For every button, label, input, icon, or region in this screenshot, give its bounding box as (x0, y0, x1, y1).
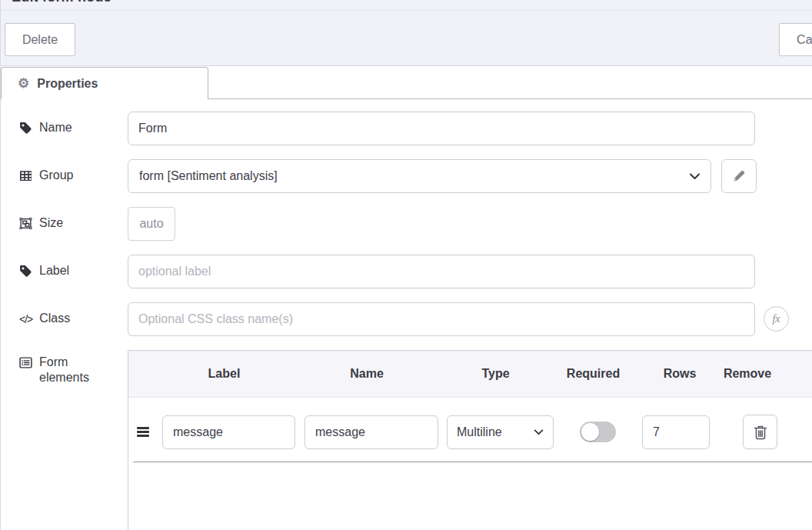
class-label: </> Class (19, 302, 128, 326)
object-group-icon (19, 217, 32, 230)
chevron-down-icon (690, 173, 700, 180)
properties-panel: Name Group form [Sentiment analysis] Siz… (1, 99, 812, 530)
form-row-group: Group form [Sentiment analysis] (19, 159, 812, 193)
form-row-class: </> Class fx (19, 302, 812, 336)
name-input[interactable] (128, 112, 755, 145)
column-header-type: Type (442, 367, 549, 381)
tab-properties[interactable]: ⚙︎ Properties (1, 67, 208, 99)
table-icon (19, 169, 32, 182)
gear-icon: ⚙︎ (18, 77, 29, 90)
column-header-rows: Rows (637, 367, 722, 381)
dialog-titlebar: Edit form node (1, 0, 812, 11)
group-label: Group (19, 159, 128, 183)
tab-properties-label: Properties (37, 77, 98, 91)
element-type-value: Multiline (457, 425, 534, 439)
element-rows-input[interactable] (642, 415, 710, 449)
class-input[interactable] (128, 302, 755, 336)
form-row-name: Name (19, 112, 812, 145)
drag-handle-bar (137, 431, 149, 433)
required-toggle[interactable] (580, 422, 616, 442)
form-elements-header: Label Name Type Required Rows Remove (128, 351, 812, 398)
drag-handle[interactable] (133, 425, 162, 438)
edit-form-node-dialog: { "dialog": { "title": "Edit form node",… (0, 0, 812, 530)
remove-element-button[interactable] (743, 415, 777, 449)
column-header-name: Name (300, 367, 434, 381)
dialog-title: Edit form node (12, 0, 111, 5)
form-elements-label: Form elements (19, 350, 128, 385)
tab-bar: ⚙︎ Properties (1, 66, 812, 99)
dialog-toolbar: Delete Cancel (1, 11, 812, 66)
form-row-size: Size auto (19, 207, 812, 241)
group-select[interactable]: form [Sentiment analysis] (128, 159, 711, 193)
toggle-knob (581, 423, 599, 441)
cancel-button[interactable]: Cancel (779, 23, 812, 56)
group-select-value: form [Sentiment analysis] (139, 169, 690, 183)
chevron-down-icon (534, 429, 544, 435)
form-element-row: Multiline (133, 398, 812, 462)
tag-icon (19, 265, 32, 278)
drag-handle-bar (137, 427, 149, 429)
column-header-required: Required (549, 367, 637, 381)
delete-button[interactable]: Delete (5, 23, 75, 56)
list-alt-icon (19, 356, 32, 369)
element-type-select[interactable]: Multiline (447, 415, 554, 449)
size-label: Size (19, 207, 128, 231)
trash-icon (754, 425, 767, 440)
form-row-label: Label (19, 255, 812, 288)
column-header-remove: Remove (722, 367, 773, 381)
code-icon: </> (19, 313, 32, 325)
name-label: Name (19, 112, 128, 135)
form-row-elements: Form elements Label Name Type Required R… (19, 350, 812, 530)
drag-handle-bar (137, 435, 149, 437)
tabbar-divider (208, 98, 812, 99)
size-auto-button[interactable]: auto (128, 207, 175, 241)
column-header-label: Label (158, 367, 291, 381)
form-elements-table: Label Name Type Required Rows Remove (128, 350, 812, 530)
element-name-input[interactable] (304, 415, 438, 449)
label-input[interactable] (128, 255, 755, 288)
edit-group-button[interactable] (721, 159, 757, 193)
label-label: Label (19, 255, 128, 278)
fx-expression-button[interactable]: fx (764, 306, 789, 332)
pencil-icon (733, 170, 745, 182)
element-label-input[interactable] (162, 415, 295, 449)
tag-icon (19, 122, 32, 135)
